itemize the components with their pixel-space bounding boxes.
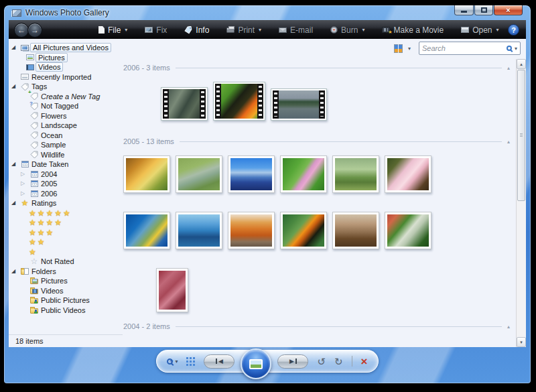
sidebar-item-1-star[interactable]: ★ [9, 247, 123, 257]
scroll-up-button[interactable]: ▴ [517, 59, 526, 69]
scrollbar-thumb[interactable] [517, 70, 525, 201]
sidebar-item-2004[interactable]: ▷ 2004 [9, 170, 123, 180]
scroll-down-button[interactable]: ▾ [517, 337, 526, 347]
zoom-button[interactable]: ▾ [167, 358, 178, 365]
star-outline-icon: ☆ [29, 257, 40, 266]
picture-icon [25, 53, 36, 62]
photo-thumbnail-whale-tail[interactable] [176, 212, 222, 249]
recently-imported-icon [19, 72, 30, 81]
fix-button[interactable]: Fix [145, 25, 167, 35]
sidebar-item-wildlife[interactable]: Wildlife [9, 150, 123, 160]
collapse-group-icon[interactable]: ▴ [507, 65, 510, 71]
sidebar-item-2005[interactable]: ▷ 2005 [9, 179, 123, 189]
previous-button[interactable]: ◀ [204, 354, 234, 369]
photo-thumbnail-plumeria[interactable] [385, 155, 431, 193]
photo-thumbnail-pink-wildflowers[interactable] [280, 155, 327, 193]
group-title: 2005 - 13 items [123, 137, 174, 145]
dropdown-caret-icon: ▾ [496, 27, 499, 33]
photo-thumbnail-meadow-stream[interactable] [176, 155, 222, 193]
sidebar-item-tags[interactable]: ◢ Tags [9, 82, 123, 92]
sidebar-item-flowers[interactable]: Flowers [9, 111, 123, 121]
search-input[interactable] [422, 44, 507, 52]
photo-thumbnail-autumn-tree[interactable] [123, 155, 170, 193]
info-tag-icon [184, 26, 192, 34]
photo-thumbnail-forest-path[interactable] [332, 155, 379, 193]
make-a-movie-button[interactable]: Make a Movie [382, 25, 444, 35]
search-box[interactable]: ▾ [419, 42, 521, 55]
photo-thumbnail-frosted-leaves[interactable] [156, 268, 188, 312]
dropdown-caret-icon: ▾ [125, 27, 127, 33]
sidebar-item-folder-videos[interactable]: Videos [9, 286, 123, 296]
sidebar-item-ratings[interactable]: ◢ ★ Ratings [9, 198, 123, 208]
vertical-scrollbar[interactable]: ▴ ▾ [516, 59, 526, 347]
file-menu-button[interactable]: File ▾ [98, 25, 127, 35]
sidebar-item-2-stars[interactable]: ★★ [9, 237, 123, 247]
print-menu-button[interactable]: Print ▾ [226, 25, 261, 35]
slideshow-button[interactable] [241, 348, 271, 379]
sidebar-item-public-pictures[interactable]: Public Pictures [9, 296, 123, 306]
expand-arrow-icon[interactable]: ◢ [11, 84, 19, 89]
back-button[interactable]: ← [14, 23, 29, 38]
next-button[interactable]: ▶ [277, 354, 308, 369]
photo-thumbnail-dusk-tree[interactable] [332, 212, 379, 249]
expand-arrow-icon[interactable]: ◢ [11, 45, 19, 50]
open-menu-button[interactable]: Open ▾ [461, 25, 498, 35]
sidebar-item-folders[interactable]: ◢ Folders [9, 267, 123, 277]
sidebar-item-ocean[interactable]: Ocean [9, 131, 123, 141]
photo-thumbnail-toucan[interactable] [280, 212, 327, 249]
search-options-caret-icon[interactable]: ▾ [515, 46, 517, 52]
photo-thumbnail-ocean-pier[interactable] [228, 155, 275, 193]
video-thumbnail-butterfly-on-flower[interactable] [213, 82, 265, 121]
minimize-button[interactable] [454, 5, 474, 15]
sidebar-item-5-stars[interactable]: ★★★★★ [9, 208, 123, 218]
sidebar-item-folder-pictures[interactable]: Pictures [9, 276, 123, 286]
delete-button[interactable]: × [361, 356, 368, 367]
expand-arrow-icon[interactable]: ◢ [11, 161, 19, 167]
email-button[interactable]: E-mail [279, 25, 313, 35]
expand-arrow-icon[interactable]: ◢ [11, 200, 19, 206]
sidebar-item-create-a-new-tag[interactable]: + Create a New Tag [9, 92, 123, 102]
title-bar[interactable]: Windows Photo Gallery × [4, 5, 531, 20]
collapsed-arrow-icon[interactable]: ▷ [21, 172, 29, 177]
sidebar-item-3-stars[interactable]: ★★★ [9, 228, 123, 238]
collapsed-arrow-icon[interactable]: ▷ [21, 191, 29, 196]
expand-arrow-icon[interactable]: ◢ [11, 269, 19, 274]
sidebar-item-not-rated[interactable]: ☆ Not Rated [9, 257, 123, 267]
rotate-clockwise-button[interactable]: ↻ [334, 356, 343, 367]
sidebar-item-landscape[interactable]: Landscape [9, 121, 123, 131]
search-icon[interactable] [507, 46, 512, 51]
collapse-group-icon[interactable]: ▴ [507, 324, 510, 330]
video-thumbnail-bird-on-river[interactable] [161, 87, 208, 121]
sidebar-item-2006[interactable]: ▷ 2006 [9, 189, 123, 199]
info-button[interactable]: Info [184, 25, 209, 35]
group-title: 2004 - 2 items [123, 322, 170, 330]
sidebar-item-recently-imported[interactable]: Recently Imported [9, 72, 123, 82]
sidebar-item-4-stars[interactable]: ★★★★ [9, 218, 123, 228]
five-star-rating: ★★★★★ [29, 209, 72, 217]
video-thumbnail-lake-with-ducks[interactable] [271, 88, 327, 121]
sidebar-item-sample[interactable]: Sample [9, 140, 123, 150]
rotate-counterclockwise-button[interactable]: ↺ [317, 356, 326, 367]
thumbnail-view-button[interactable] [186, 357, 195, 366]
view-selector-button[interactable]: ▾ [391, 43, 413, 54]
forward-button[interactable]: → [27, 23, 42, 38]
sidebar-item-public-videos[interactable]: Public Videos [9, 306, 123, 316]
shared-folder-icon [29, 306, 40, 314]
close-button[interactable]: × [494, 5, 523, 15]
sidebar-item-date-taken[interactable]: ◢ Date Taken [9, 159, 123, 170]
photo-thumbnail-row [123, 212, 510, 249]
sidebar-item-videos[interactable]: Videos [9, 62, 123, 72]
maximize-button[interactable] [474, 5, 493, 15]
sidebar-item-pictures[interactable]: Pictures [9, 53, 123, 63]
toolbar: ← → File ▾ Fix Info Print ▾ [9, 20, 526, 39]
photo-thumbnail-sea-turtle[interactable] [123, 212, 170, 249]
burn-menu-button[interactable]: Burn ▾ [330, 25, 364, 35]
sidebar-item-not-tagged[interactable]: ? Not Tagged [9, 101, 123, 111]
collapsed-arrow-icon[interactable]: ▷ [21, 181, 29, 186]
fix-image-icon [145, 27, 153, 33]
help-button[interactable]: ? [508, 24, 519, 36]
photo-thumbnail-desert-oryx[interactable] [228, 212, 275, 249]
collapse-group-icon[interactable]: ▴ [507, 139, 510, 145]
sidebar-item-all-pictures-and-videos[interactable]: ◢ All Pictures and Videos [9, 43, 123, 53]
photo-thumbnail-waterfall-ferns[interactable] [385, 212, 431, 249]
